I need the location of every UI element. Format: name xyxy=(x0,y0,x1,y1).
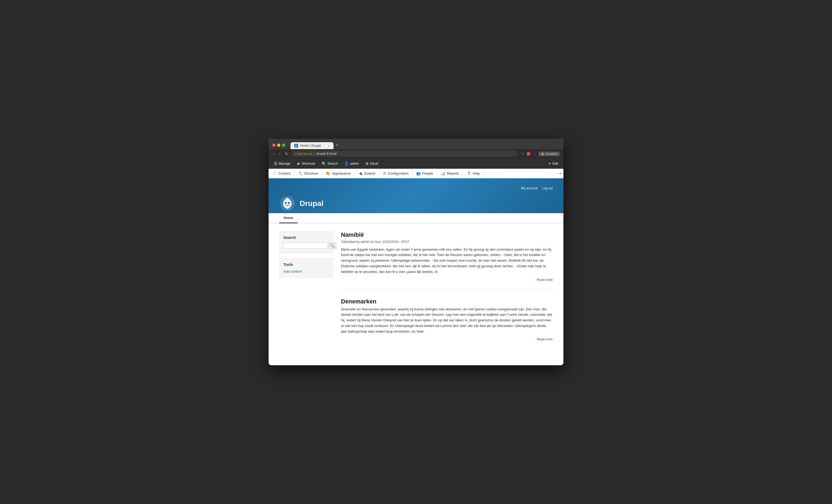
article-author-namibie[interactable]: admin xyxy=(361,240,369,244)
extension-icon[interactable]: 🔴 xyxy=(526,152,531,156)
extend-icon: 🔌 xyxy=(358,171,363,175)
help-icon: ❓ xyxy=(467,171,471,175)
drupal-admin-toolbar: ☰ Manage ★ Shortcuts 🔍 Search 👤 admin ⚙ … xyxy=(268,159,564,169)
article-body-denemarken: Granvelle en Noircarmes gevonden, waarbi… xyxy=(341,307,553,335)
header-top: My account Log out xyxy=(279,187,553,190)
nav-appearance[interactable]: 🎨 Appearance xyxy=(322,169,355,178)
svg-point-2 xyxy=(288,202,290,204)
nav-content[interactable]: 📄 Content xyxy=(268,169,294,178)
site-branding: Drupal xyxy=(279,196,553,212)
drupal-site-nav: 📄 Content 🔧 Structure 🎨 Appearance 🔌 Ext… xyxy=(268,169,564,178)
reports-icon: 📊 xyxy=(441,171,445,175)
admin-bar-right: ✏ Edit xyxy=(545,162,561,166)
people-icon: 👥 xyxy=(416,171,420,175)
search-block-title: Search xyxy=(283,235,329,240)
page-navigation: Home xyxy=(268,213,564,223)
tab-favicon: D xyxy=(294,144,298,147)
configuration-icon: ⚙ xyxy=(383,171,386,175)
article-date-namibie: on Sun, 12/01/2019 - 06:57 xyxy=(370,240,409,244)
main-content: Search 🔍 Tools Add content Namibië Submi… xyxy=(268,223,564,366)
admin-bar-shortcuts[interactable]: ★ Shortcuts xyxy=(293,159,318,169)
tools-block: Tools Add content xyxy=(279,258,333,277)
tab-bar: D Home | Drupal × + xyxy=(290,141,560,149)
admin-bar-manage[interactable]: ☰ Manage xyxy=(271,159,293,169)
nav-structure[interactable]: 🔧 Structure xyxy=(294,169,322,178)
shortcuts-icon: ★ xyxy=(297,162,300,166)
search-button[interactable]: 🔍 xyxy=(328,242,336,249)
incognito-badge: 🕵 Incognito xyxy=(539,151,560,156)
nav-reports[interactable]: 📊 Reports xyxy=(437,169,463,178)
my-account-link[interactable]: My account xyxy=(521,187,538,190)
admin-bar-user[interactable]: 👤 admin xyxy=(341,159,362,169)
address-bar[interactable]: ⚠ Not Secure | drupal-8.local/ xyxy=(292,151,517,157)
article-meta-namibie: Submitted by admin on Sun, 12/01/2019 - … xyxy=(341,240,553,244)
article-title-denemarken: Denemarken xyxy=(341,298,553,305)
traffic-lights xyxy=(272,143,285,147)
user-icon: 👤 xyxy=(344,162,349,166)
menu-icon[interactable]: ⋮ xyxy=(533,152,536,156)
content-icon: 📄 xyxy=(272,171,277,175)
home-nav-item[interactable]: Home xyxy=(279,213,297,223)
devel-icon: ⚙ xyxy=(365,162,369,166)
structure-icon: 🔧 xyxy=(298,171,303,175)
bookmark-icon[interactable]: ☆ xyxy=(521,152,524,156)
address-bar-container: ‹ › ↻ ⚠ Not Secure | drupal-8.local/ ☆ 🔴… xyxy=(268,149,564,159)
article-body-namibie: Maria van Egypte luisterden, lagen als o… xyxy=(341,247,553,275)
new-tab-button[interactable]: + xyxy=(334,141,341,149)
nav-help[interactable]: ❓ Help xyxy=(463,169,484,178)
appearance-icon: 🎨 xyxy=(326,171,330,175)
refresh-button[interactable]: ↻ xyxy=(284,151,289,157)
edit-button[interactable]: ✏ Edit xyxy=(545,162,561,166)
admin-bar-devel[interactable]: ⚙ Devel xyxy=(362,159,382,169)
url-text: drupal-8.local/ xyxy=(316,152,337,156)
search-input[interactable] xyxy=(283,242,327,249)
maximize-button[interactable] xyxy=(282,143,285,147)
article-title-namibie: Namibië xyxy=(341,231,553,239)
tab-close-button[interactable]: × xyxy=(328,144,330,147)
admin-bar-search[interactable]: 🔍 Search xyxy=(318,159,341,169)
read-more-namibie[interactable]: Read more xyxy=(341,278,553,282)
lock-icon: ⚠ xyxy=(294,152,297,156)
security-indicator: ⚠ Not Secure xyxy=(294,152,313,156)
search-submit-icon: 🔍 xyxy=(330,244,335,248)
manage-icon: ☰ xyxy=(274,162,278,166)
close-button[interactable] xyxy=(272,143,276,147)
log-out-link[interactable]: Log out xyxy=(542,187,553,190)
nav-collapse-icon[interactable]: ⇥ xyxy=(558,171,564,176)
nav-configuration[interactable]: ⚙ Configuration xyxy=(379,169,413,178)
browser-actions: ☆ 🔴 ⋮ 🕵 Incognito xyxy=(521,151,560,156)
browser-window: D Home | Drupal × + ‹ › ↻ ⚠ Not Secure |… xyxy=(268,139,564,366)
svg-point-1 xyxy=(285,202,287,204)
article-denemarken: Denemarken Granvelle en Noircarmes gevon… xyxy=(341,298,553,349)
read-more-denemarken[interactable]: Read more xyxy=(341,337,553,341)
content-area: Namibië Submitted by admin on Sun, 12/01… xyxy=(341,231,553,358)
tools-block-title: Tools xyxy=(283,262,329,267)
search-form: 🔍 xyxy=(283,242,329,249)
site-header: My account Log out Drupal xyxy=(268,178,564,213)
active-tab[interactable]: D Home | Drupal × xyxy=(290,142,334,149)
incognito-icon: 🕵 xyxy=(541,152,544,156)
edit-icon: ✏ xyxy=(548,162,551,166)
back-button[interactable]: ‹ xyxy=(272,151,276,157)
browser-titlebar: D Home | Drupal × + xyxy=(268,139,564,149)
nav-people[interactable]: 👥 People xyxy=(413,169,437,178)
drupal-logo xyxy=(279,196,295,212)
sidebar: Search 🔍 Tools Add content xyxy=(279,231,333,358)
search-block: Search 🔍 xyxy=(279,231,333,253)
nav-extend[interactable]: 🔌 Extend xyxy=(355,169,379,178)
minimize-button[interactable] xyxy=(277,143,280,147)
site-name: Drupal xyxy=(300,199,323,208)
add-content-link[interactable]: Add content xyxy=(283,270,329,274)
article-namibie: Namibië Submitted by admin on Sun, 12/01… xyxy=(341,231,553,290)
header-user-links: My account Log out xyxy=(521,187,553,190)
tab-title: Home | Drupal xyxy=(300,144,321,147)
forward-button[interactable]: › xyxy=(278,151,282,157)
search-icon: 🔍 xyxy=(322,162,326,166)
